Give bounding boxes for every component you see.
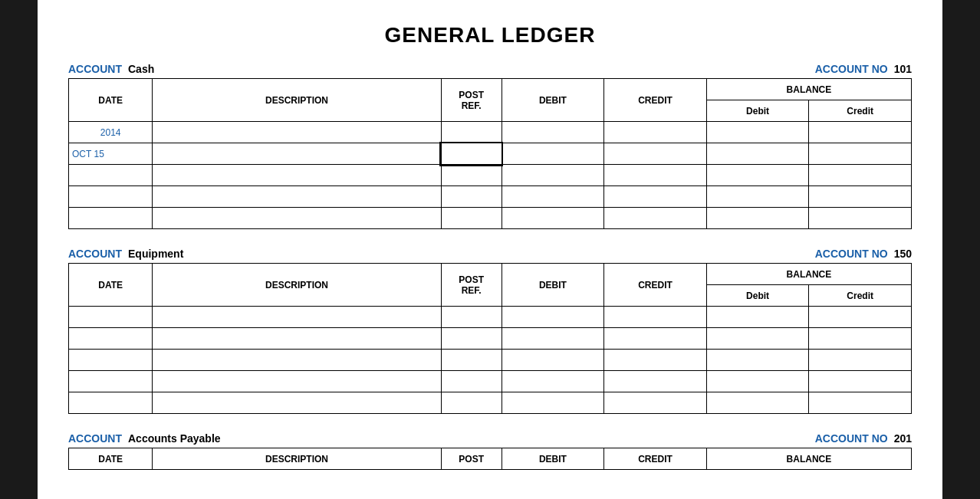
credit-cell [604, 122, 707, 143]
table-row [69, 165, 912, 186]
account-name-group-payable: ACCOUNT Accounts Payable [68, 432, 221, 445]
header-row-cash: DATE DESCRIPTION POSTREF. DEBIT CREDIT B… [69, 79, 912, 100]
credit-cell [604, 371, 707, 392]
bal-debit-cell [706, 307, 809, 328]
col-credit-header-equip: CREDIT [604, 264, 707, 307]
post-cell [441, 307, 502, 328]
account-label-payable: ACCOUNT [68, 432, 122, 445]
bal-debit-cell [706, 122, 809, 143]
col-balance-header-payable: BALANCE [706, 448, 911, 470]
credit-cell [604, 208, 707, 229]
account-name-equipment: Equipment [128, 248, 183, 260]
debit-cell [502, 328, 604, 350]
col-date-header-payable: DATE [69, 448, 153, 470]
date-cell [69, 186, 153, 208]
account-no-value-equipment: 150 [894, 248, 912, 260]
account-no-group-cash: ACCOUNT NO 101 [815, 63, 912, 75]
bal-credit-cell [809, 392, 912, 414]
account-header-payable: ACCOUNT Accounts Payable ACCOUNT NO 201 [68, 432, 912, 445]
col-balance-header-cash: BALANCE [706, 79, 911, 100]
col-date-header-equip: DATE [69, 264, 153, 307]
desc-cell [153, 165, 441, 186]
bal-credit-cell [809, 307, 912, 328]
debit-cell [502, 371, 604, 392]
credit-cell [604, 307, 707, 328]
table-row: OCT 15 [69, 143, 912, 165]
bal-debit-cell [706, 208, 809, 229]
post-cell [441, 165, 502, 186]
ledger-table-cash: DATE DESCRIPTION POSTREF. DEBIT CREDIT B… [68, 78, 912, 229]
credit-cell [604, 350, 707, 371]
col-debit-header-payable: DEBIT [502, 448, 604, 470]
post-cell [441, 186, 502, 208]
debit-cell [502, 122, 604, 143]
account-no-label-equipment: ACCOUNT NO [815, 248, 888, 260]
post-cell[interactable] [441, 143, 502, 165]
date-cell [69, 328, 153, 350]
col-desc-header-cash: DESCRIPTION [153, 79, 441, 122]
page: GENERAL LEDGER ACCOUNT Cash ACCOUNT NO 1… [38, 0, 942, 499]
date-cell [69, 307, 153, 328]
debit-cell [502, 350, 604, 371]
table-row: 2014 [69, 122, 912, 143]
post-cell [441, 122, 502, 143]
col-balance-header-equip: BALANCE [706, 264, 911, 285]
table-row [69, 307, 912, 328]
col-post-header-equip: POSTREF. [441, 264, 502, 307]
table-row [69, 208, 912, 229]
account-no-value-cash: 101 [894, 63, 912, 75]
account-no-label-cash: ACCOUNT NO [815, 63, 888, 75]
bal-debit-cell [706, 371, 809, 392]
credit-cell [604, 328, 707, 350]
col-debit-header-cash: DEBIT [502, 79, 604, 122]
col-date-header-cash: DATE [69, 79, 153, 122]
desc-cell [153, 186, 441, 208]
desc-cell [153, 143, 441, 165]
account-label-cash: ACCOUNT [68, 63, 122, 75]
col-post-header-cash: POSTREF. [441, 79, 502, 122]
desc-cell [153, 350, 441, 371]
date-year-cell: 2014 [69, 122, 153, 143]
desc-cell [153, 307, 441, 328]
account-header-equipment: ACCOUNT Equipment ACCOUNT NO 150 [68, 248, 912, 260]
date-month: OCT [72, 149, 91, 159]
account-name-group-cash: ACCOUNT Cash [68, 63, 154, 75]
header-row-equipment: DATE DESCRIPTION POSTREF. DEBIT CREDIT B… [69, 264, 912, 285]
bal-debit-cell [706, 350, 809, 371]
post-cell [441, 350, 502, 371]
page-title: GENERAL LEDGER [68, 23, 912, 48]
date-cell [69, 208, 153, 229]
credit-cell [604, 392, 707, 414]
table-row [69, 186, 912, 208]
bal-debit-cell [706, 392, 809, 414]
bal-credit-cell [809, 328, 912, 350]
desc-cell [153, 328, 441, 350]
account-no-group-equipment: ACCOUNT NO 150 [815, 248, 912, 260]
post-cell [441, 392, 502, 414]
debit-cell [502, 165, 604, 186]
account-no-label-payable: ACCOUNT NO [815, 432, 888, 445]
bal-credit-cell [809, 143, 912, 165]
bal-credit-cell [809, 371, 912, 392]
bal-debit-cell [706, 143, 809, 165]
table-row [69, 392, 912, 414]
account-name-payable: Accounts Payable [128, 432, 221, 445]
bal-debit-cell [706, 186, 809, 208]
ledger-table-equipment: DATE DESCRIPTION POSTREF. DEBIT CREDIT B… [68, 263, 912, 414]
date-cell [69, 371, 153, 392]
ledger-section-payable: ACCOUNT Accounts Payable ACCOUNT NO 201 … [68, 432, 912, 470]
col-post-header-payable: POST [441, 448, 502, 470]
bal-debit-cell [706, 165, 809, 186]
bal-credit-cell [809, 186, 912, 208]
debit-cell [502, 208, 604, 229]
ledger-section-cash: ACCOUNT Cash ACCOUNT NO 101 DATE [68, 63, 912, 229]
col-credit-header-cash: CREDIT [604, 79, 707, 122]
account-header-cash: ACCOUNT Cash ACCOUNT NO 101 [68, 63, 912, 75]
bal-credit-cell [809, 122, 912, 143]
date-day: 15 [94, 149, 104, 159]
desc-cell [153, 122, 441, 143]
credit-cell [604, 186, 707, 208]
ledger-section-equipment: ACCOUNT Equipment ACCOUNT NO 150 DATE [68, 248, 912, 414]
debit-cell [502, 307, 604, 328]
col-credit-header-payable: CREDIT [604, 448, 707, 470]
